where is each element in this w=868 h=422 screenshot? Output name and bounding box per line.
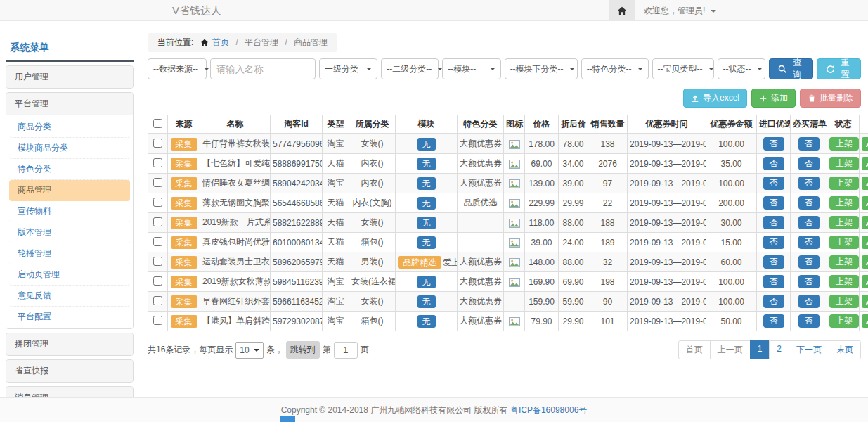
filter-select[interactable]: --状态--	[718, 58, 765, 79]
import-select-toggle[interactable]: 否	[763, 216, 784, 229]
edit-button[interactable]	[862, 295, 868, 308]
filter-select[interactable]: 一级分类	[319, 58, 377, 79]
operations-cell	[860, 174, 868, 193]
filter-select[interactable]: --模块--	[442, 58, 500, 79]
import-select-toggle[interactable]: 否	[763, 255, 784, 269]
caret-down-icon	[366, 68, 372, 70]
edit-button[interactable]	[862, 216, 868, 229]
sidebar-group-header[interactable]: 省直快报	[6, 360, 133, 382]
edit-button[interactable]	[862, 137, 868, 151]
sidebar-item[interactable]: 宣传物料	[9, 201, 130, 222]
row-checkbox[interactable]	[153, 139, 162, 148]
breadcrumb-home-link[interactable]: 首页	[212, 37, 229, 47]
sidebar-group-header[interactable]: 平台管理	[6, 93, 133, 115]
import-select-toggle[interactable]: 否	[763, 157, 784, 170]
status-badge[interactable]: 上架	[829, 157, 859, 170]
search-icon	[778, 65, 787, 74]
import-excel-button[interactable]: 导入excel	[683, 89, 747, 108]
add-button[interactable]: 添加	[751, 89, 796, 108]
sidebar-item[interactable]: 模块商品分类	[9, 138, 130, 159]
filter-select[interactable]: --数据来源--	[148, 58, 207, 79]
add-label: 添加	[771, 92, 788, 104]
edit-button[interactable]	[862, 196, 868, 210]
row-checkbox[interactable]	[153, 276, 162, 286]
sidebar-item[interactable]: 商品管理	[9, 180, 130, 201]
row-checkbox[interactable]	[153, 316, 162, 325]
product-name-cell: 2019新款女秋薄款...	[200, 272, 271, 292]
page-footer: Copyright © 2014-2018 广州九驰网络科技有限公司 版权所有 …	[0, 397, 868, 422]
jump-page-input[interactable]	[334, 342, 358, 359]
status-badge[interactable]: 上架	[829, 216, 859, 229]
sidebar-group-header[interactable]: 消息管理	[6, 387, 133, 397]
status-badge[interactable]: 上架	[829, 295, 859, 308]
must-buy-toggle[interactable]: 否	[798, 177, 820, 190]
must-buy-toggle[interactable]: 否	[798, 236, 820, 249]
feature-cell: 大额优惠券	[458, 252, 504, 272]
must-buy-toggle[interactable]: 否	[798, 216, 820, 229]
import-select-toggle[interactable]: 否	[763, 275, 784, 288]
row-checkbox[interactable]	[153, 178, 162, 187]
edit-button[interactable]	[862, 157, 868, 170]
sidebar-item[interactable]: 商品分类	[9, 117, 130, 138]
sales-cell: 138	[588, 134, 628, 154]
search-button[interactable]: 查询	[769, 58, 813, 79]
edit-button[interactable]	[862, 236, 868, 249]
sidebar-item[interactable]: 特色分类	[9, 159, 130, 180]
edit-button[interactable]	[862, 314, 868, 328]
page-button[interactable]: 2	[769, 340, 789, 359]
status-badge[interactable]: 上架	[829, 177, 859, 190]
status-badge[interactable]: 上架	[829, 314, 859, 328]
select-all-checkbox[interactable]	[153, 119, 162, 128]
import-select-cell: 否	[757, 252, 791, 272]
page-button[interactable]: 1	[750, 340, 770, 359]
import-select-toggle[interactable]: 否	[763, 177, 784, 190]
row-checkbox[interactable]	[153, 217, 162, 226]
page-button[interactable]: 末页	[829, 340, 861, 359]
must-buy-toggle[interactable]: 否	[798, 137, 820, 151]
icp-link[interactable]: 粤ICP备16098006号	[510, 405, 587, 415]
edit-button[interactable]	[862, 177, 868, 190]
must-buy-toggle[interactable]: 否	[798, 196, 820, 210]
home-button[interactable]	[609, 0, 635, 21]
row-checkbox[interactable]	[153, 257, 162, 266]
jump-button[interactable]: 跳转到	[286, 341, 320, 359]
import-select-toggle[interactable]: 否	[763, 236, 784, 249]
sidebar-item[interactable]: 启动页管理	[9, 264, 130, 286]
batch-delete-button[interactable]: 批量删除	[800, 89, 861, 108]
filter-select[interactable]: --宝贝类型--	[652, 58, 714, 79]
must-buy-toggle[interactable]: 否	[798, 157, 820, 170]
sidebar-item[interactable]: 平台配置	[9, 307, 130, 327]
status-badge[interactable]: 上架	[829, 275, 859, 288]
import-select-toggle[interactable]: 否	[763, 314, 784, 328]
status-badge[interactable]: 上架	[829, 196, 859, 210]
edit-button[interactable]	[862, 255, 868, 269]
filter-select[interactable]: --特色分类--	[581, 58, 649, 79]
import-select-toggle[interactable]: 否	[763, 196, 784, 210]
sidebar-item[interactable]: 意见反馈	[9, 286, 130, 307]
must-buy-toggle[interactable]: 否	[798, 314, 820, 328]
row-checkbox[interactable]	[153, 296, 162, 305]
must-buy-toggle[interactable]: 否	[798, 275, 820, 288]
status-badge[interactable]: 上架	[829, 236, 859, 249]
row-checkbox[interactable]	[153, 158, 162, 167]
filter-select[interactable]: --二级分类--	[381, 58, 439, 79]
status-badge[interactable]: 上架	[829, 137, 859, 151]
sidebar-item[interactable]: 轮播管理	[9, 243, 130, 264]
must-buy-toggle[interactable]: 否	[798, 255, 820, 269]
sidebar-group-header[interactable]: 拼团管理	[6, 333, 133, 355]
sidebar-item[interactable]: 版本管理	[9, 222, 130, 243]
filter-select[interactable]: --模块下分类--	[505, 58, 578, 79]
reset-button[interactable]: 重置	[817, 58, 861, 79]
name-search-input[interactable]	[210, 58, 316, 79]
import-select-toggle[interactable]: 否	[763, 295, 784, 308]
row-checkbox[interactable]	[153, 198, 162, 207]
edit-button[interactable]	[862, 275, 868, 288]
import-select-toggle[interactable]: 否	[763, 137, 784, 151]
row-checkbox[interactable]	[153, 237, 162, 246]
user-menu[interactable]: 欢迎您，管理员!	[644, 0, 716, 21]
page-size-select[interactable]: 10	[235, 342, 263, 359]
must-buy-toggle[interactable]: 否	[798, 295, 820, 308]
sidebar-group-header[interactable]: 用户管理	[6, 66, 133, 88]
status-badge[interactable]: 上架	[829, 255, 859, 269]
page-button[interactable]: 下一页	[789, 340, 829, 359]
